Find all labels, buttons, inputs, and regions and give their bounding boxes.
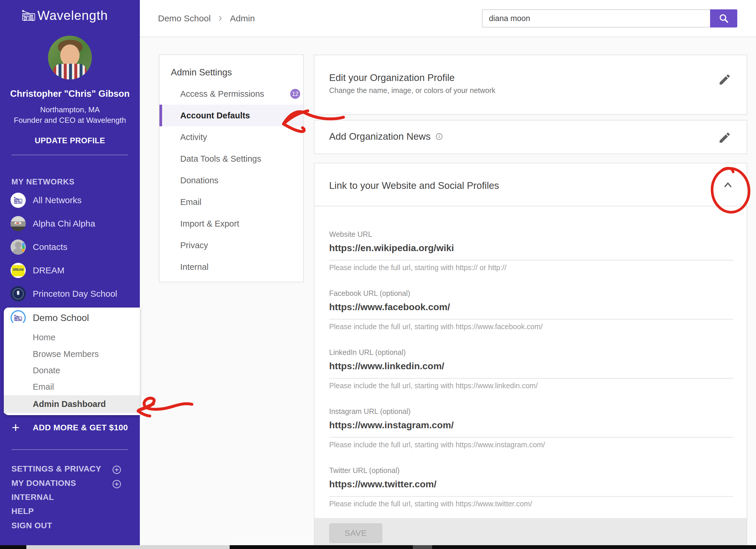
admin-item-data-tools-settings[interactable]: Data Tools & Settings <box>159 148 303 170</box>
linkedin-url-label: LinkedIn URL (optional) <box>329 348 406 357</box>
sidebar-item-demo-school[interactable]: Demo School <box>33 307 89 328</box>
website-url-label: Website URL <box>329 230 372 239</box>
admin-item-privacy[interactable]: Privacy <box>159 235 303 256</box>
admin-settings-title: Admin Settings <box>171 67 232 78</box>
sidebar-item-internal[interactable]: INTERNAL <box>11 493 54 504</box>
collapse-section-button[interactable] <box>721 179 734 193</box>
admin-item-internal[interactable]: Internal <box>159 256 303 278</box>
sidebar-item-princeton-day-school[interactable]: Princeton Day School <box>0 282 140 305</box>
my-networks-header: MY NETWORKS <box>11 178 75 187</box>
pencil-icon <box>718 131 731 144</box>
sidebar-item-alpha-chi-alpha[interactable]: Alpha Chi Alpha <box>0 212 140 235</box>
arrow-admin-dashboard <box>147 404 192 409</box>
network-label: All Networks <box>33 189 82 212</box>
user-role: Founder and CEO at Wavelength <box>0 116 140 125</box>
user-location: Northampton, MA <box>0 105 140 114</box>
instagram-url-input[interactable] <box>329 420 733 431</box>
sidebar-item-contacts[interactable]: Contacts <box>0 235 140 259</box>
app-window: Demo School Admin W <box>0 0 756 549</box>
org-profile-subtitle: Change the name, image, or colors of you… <box>329 86 495 95</box>
input-underline <box>329 260 733 261</box>
search-icon <box>719 13 729 24</box>
linkedin-url-help: Please include the full url, starting wi… <box>329 381 538 390</box>
admin-item-account-defaults[interactable]: Account Defaults <box>159 105 303 126</box>
alpha-chi-alpha-avatar <box>11 216 26 231</box>
admin-item-access-permissions[interactable]: Access & Permissions 12 <box>159 83 303 105</box>
plus-icon: + <box>12 420 20 435</box>
website-url-input[interactable] <box>329 243 733 254</box>
sidebar-item-sign-out[interactable]: SIGN OUT <box>11 521 52 533</box>
demo-school-admin-dashboard[interactable]: Admin Dashboard <box>4 395 140 413</box>
user-name: Christopher "Chris" Gibson <box>0 89 140 99</box>
sidebar-item-dream[interactable]: DREAM DREAM <box>0 259 140 282</box>
sidebar-item-help[interactable]: HELP <box>11 507 34 518</box>
breadcrumb: Demo School Admin <box>158 0 255 37</box>
org-profile-title: Edit your Organization Profile <box>329 72 455 83</box>
user-avatar <box>48 36 92 80</box>
social-profiles-title: Link to your Website and Social Profiles <box>329 180 499 191</box>
linkedin-url-input[interactable] <box>329 361 733 371</box>
admin-item-email[interactable]: Email <box>159 191 303 213</box>
demo-school-browse-members[interactable]: Browse Members <box>4 347 140 360</box>
search-button[interactable] <box>710 9 737 27</box>
org-news-title: Add Organization News <box>329 131 431 142</box>
admin-item-import-export[interactable]: Import & Export <box>159 213 303 235</box>
twitter-url-input[interactable] <box>329 479 733 490</box>
social-profiles-card: Link to your Website and Social Profiles… <box>314 163 747 549</box>
admin-item-donations[interactable]: Donations <box>159 170 303 191</box>
demo-school-radio-icon <box>11 310 26 325</box>
facebook-url-input[interactable] <box>329 302 733 312</box>
card-header-divider <box>315 206 747 207</box>
demo-school-home[interactable]: Home <box>4 331 140 344</box>
pencil-icon <box>718 73 731 86</box>
radio-logo-icon <box>22 9 36 23</box>
search-bar <box>482 9 737 27</box>
demo-school-flyout: Demo School Home Browse Members Donate E… <box>4 307 140 415</box>
active-item-bar <box>159 105 162 126</box>
sidebar-divider <box>11 155 128 155</box>
contacts-avatar <box>11 240 26 255</box>
save-button[interactable]: SAVE <box>329 523 382 543</box>
instagram-url-help: Please include the full url, starting wi… <box>329 440 545 449</box>
scrollbar-segment <box>413 545 432 549</box>
sidebar-divider <box>11 449 128 450</box>
chevron-up-icon <box>721 179 734 192</box>
dream-avatar: DREAM <box>11 263 26 278</box>
network-label: Princeton Day School <box>33 282 117 305</box>
sidebar-item-all-networks[interactable]: All Networks <box>0 189 140 212</box>
org-news-card: Add Organization News <box>314 120 747 154</box>
expand-my-donations-icon[interactable] <box>112 480 121 488</box>
chevron-right-icon <box>217 15 224 22</box>
sidebar: Wavelength Christopher "Chris" Gibson No… <box>0 0 140 549</box>
update-profile-button[interactable]: UPDATE PROFILE <box>0 136 140 145</box>
facebook-url-label: Facebook URL (optional) <box>329 289 410 297</box>
sidebar-item-settings-privacy[interactable]: SETTINGS & PRIVACY <box>11 464 101 476</box>
top-header: Demo School Admin <box>140 0 756 37</box>
demo-school-donate[interactable]: Donate <box>4 364 140 377</box>
input-underline <box>329 496 733 497</box>
network-label: Contacts <box>33 235 67 259</box>
add-more-button[interactable]: + ADD MORE & GET $100 <box>0 420 140 435</box>
demo-school-email[interactable]: Email <box>4 380 140 393</box>
input-underline <box>329 437 733 438</box>
info-icon[interactable] <box>435 133 443 140</box>
admin-item-activity[interactable]: Activity <box>159 126 303 148</box>
princeton-day-school-avatar <box>11 286 26 301</box>
sidebar-item-my-donations[interactable]: MY DONATIONS <box>11 479 76 490</box>
edit-news-button[interactable] <box>718 131 731 146</box>
org-profile-card: Edit your Organization Profile Change th… <box>314 55 747 115</box>
search-input[interactable] <box>482 9 710 27</box>
horizontal-scrollbar <box>0 545 756 549</box>
network-label: DREAM <box>33 259 64 282</box>
access-permissions-badge: 12 <box>290 89 300 99</box>
edit-profile-button[interactable] <box>718 73 731 87</box>
instagram-url-label: Instagram URL (optional) <box>329 407 410 416</box>
expand-settings-privacy-icon[interactable] <box>112 465 121 474</box>
form-footer: SAVE <box>315 518 747 549</box>
twitter-url-help: Please include the full url, starting wi… <box>329 500 532 508</box>
breadcrumb-network[interactable]: Demo School <box>158 13 211 23</box>
all-networks-radio-icon <box>11 193 26 208</box>
scrollbar-thumb[interactable] <box>26 545 230 549</box>
admin-settings-panel: Admin Settings Access & Permissions 12 A… <box>159 54 304 282</box>
breadcrumb-current: Admin <box>230 13 255 23</box>
